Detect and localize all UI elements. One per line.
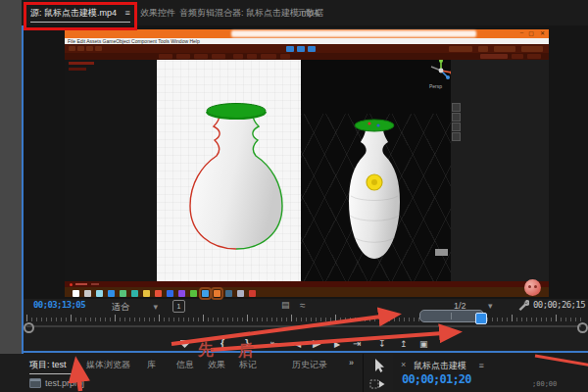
timeline-sequence-label: 鼠标点击建模 bbox=[414, 361, 466, 370]
fit-dropdown-label: 适合 bbox=[112, 302, 129, 312]
overwrite-button[interactable]: ↥ bbox=[400, 338, 408, 350]
window-minimize-icon: – bbox=[520, 29, 523, 35]
selection-tool-icon[interactable] bbox=[371, 358, 385, 373]
window-close-icon: ✕ bbox=[540, 29, 545, 36]
taskbar-icon bbox=[225, 290, 232, 297]
video-titlebar: – ▢ ✕ bbox=[65, 29, 549, 38]
panel-menu-icon[interactable]: ≡ bbox=[479, 361, 484, 370]
taskbar-icon bbox=[167, 290, 173, 297]
video-taskbar bbox=[65, 287, 549, 297]
taskbar-icon bbox=[131, 290, 138, 297]
scrollbar-left-cap[interactable] bbox=[24, 322, 34, 333]
webcam-badge bbox=[524, 279, 541, 296]
chevron-down-icon: ▾ bbox=[488, 301, 493, 311]
tab-info[interactable]: 信息 bbox=[176, 359, 194, 371]
project-panel: 项目: test ≡ 媒体浏览器 库 信息 效果 标记 历史记录 » test.… bbox=[0, 354, 363, 392]
scrollbar-track[interactable] bbox=[26, 325, 581, 327]
mark-in-button[interactable]: { bbox=[220, 337, 224, 349]
persp-label: Persp bbox=[429, 83, 442, 89]
taskbar-icon bbox=[120, 290, 126, 297]
tab-project[interactable]: 项目: test ≡ bbox=[29, 359, 78, 374]
audio-waveform-icon[interactable]: ≈ bbox=[300, 300, 306, 311]
tab-media-browser[interactable]: 媒体浏览器 bbox=[86, 359, 130, 371]
taskbar-icon bbox=[214, 290, 220, 297]
taskbar-icon bbox=[155, 290, 162, 297]
video-subbar bbox=[65, 53, 549, 60]
playhead-marker[interactable] bbox=[475, 313, 487, 324]
timeline-panel: × 鼠标点击建模 ≡ 00;00;01;20 ;00;00 bbox=[393, 354, 588, 392]
scrollbar-right-cap[interactable] bbox=[577, 322, 588, 333]
source-current-timecode[interactable]: 00;03;13;05 bbox=[33, 300, 85, 310]
modeling-canvas bbox=[157, 60, 301, 281]
taskbar-icon bbox=[237, 290, 244, 297]
source-duration-timecode: 00;00;26;15 bbox=[533, 300, 585, 310]
tab-metadata[interactable]: 元数据 bbox=[297, 7, 323, 20]
one-frame-button[interactable]: 1 bbox=[172, 300, 185, 313]
play-button-video bbox=[286, 46, 294, 52]
video-display-area[interactable]: – ▢ ✕ File Edit Assets GameObject Compon… bbox=[24, 25, 588, 299]
bottom-section: 项目: test ≡ 媒体浏览器 库 信息 效果 标记 历史记录 » test.… bbox=[0, 354, 588, 392]
annotation-highlight-box bbox=[24, 2, 137, 30]
tab-project-label: 项目: test bbox=[29, 360, 67, 369]
video-frame: – ▢ ✕ File Edit Assets GameObject Compon… bbox=[65, 29, 549, 297]
chevron-down-icon: ▾ bbox=[154, 302, 159, 312]
left-edge-panel bbox=[0, 0, 22, 354]
premiere-app-window: 源: 鼠标点击建模.mp4 ≡ 效果控件 音频剪辑混合器: 鼠标点击建模.mp4… bbox=[0, 0, 588, 392]
taskbar-icon bbox=[84, 290, 91, 297]
window-maximize-icon: ▢ bbox=[528, 29, 534, 36]
video-content: Persp bbox=[65, 60, 549, 281]
step-back-button[interactable]: ◀ bbox=[295, 339, 301, 351]
tools-panel bbox=[363, 354, 394, 392]
tab-overflow-chevron[interactable]: » bbox=[349, 358, 354, 368]
play-button[interactable]: ▶ bbox=[313, 337, 320, 349]
step-button-video bbox=[308, 46, 316, 52]
fit-dropdown[interactable]: 适合 ▾ bbox=[112, 301, 158, 314]
timeline-tab-close-icon[interactable]: × bbox=[401, 360, 406, 369]
export-frame-button[interactable]: ▣ bbox=[419, 338, 428, 350]
annotation-label-second: 后 bbox=[238, 341, 254, 362]
source-time-ruler-major bbox=[26, 315, 581, 321]
add-marker-icon[interactable] bbox=[180, 340, 189, 348]
track-select-tool-icon[interactable] bbox=[369, 378, 386, 390]
goto-out-button[interactable]: ⇥ bbox=[353, 338, 361, 350]
goto-in-button[interactable]: ⇤ bbox=[270, 338, 278, 350]
settings-page-icon[interactable]: ▤ bbox=[281, 300, 290, 310]
titlebar-blur-patch bbox=[231, 30, 476, 37]
viewport-scroll-thumb bbox=[435, 249, 448, 256]
bin-icon bbox=[29, 378, 41, 388]
timeline-ruler-label: ;00;00 bbox=[532, 380, 557, 388]
taskbar-icon bbox=[108, 290, 115, 297]
taskbar-icon bbox=[143, 290, 150, 297]
taskbar-icon bbox=[96, 290, 103, 297]
insert-button[interactable]: ↧ bbox=[378, 338, 386, 350]
taskbar-icon bbox=[249, 290, 256, 297]
tab-timeline-sequence[interactable]: 鼠标点击建模 ≡ bbox=[414, 360, 484, 372]
video-right-panel bbox=[451, 60, 549, 281]
focus-border-bottom bbox=[22, 351, 588, 353]
taskbar-icon bbox=[202, 290, 209, 297]
taskbar-icon bbox=[73, 290, 79, 297]
vase-sketch bbox=[184, 102, 288, 255]
tab-effect-controls[interactable]: 效果控件 bbox=[140, 7, 175, 20]
pause-button-video bbox=[297, 46, 305, 52]
project-item-filename[interactable]: test.prproj bbox=[45, 378, 96, 388]
video-left-panel bbox=[65, 60, 157, 281]
source-monitor-panel: 源: 鼠标点击建模.mp4 ≡ 效果控件 音频剪辑混合器: 鼠标点击建模.mp4… bbox=[22, 0, 588, 354]
annotation-label-first: 先 bbox=[198, 340, 214, 361]
taskbar-icon bbox=[178, 290, 185, 297]
settings-wrench-icon[interactable] bbox=[517, 299, 529, 311]
timeline-current-timecode[interactable]: 00;00;01;20 bbox=[402, 372, 471, 386]
tab-libraries[interactable]: 库 bbox=[147, 359, 156, 371]
panel-menu-icon[interactable]: ≡ bbox=[74, 360, 78, 369]
vase-3d bbox=[346, 118, 403, 265]
tab-history[interactable]: 历史记录 bbox=[292, 359, 327, 371]
taskbar-icon bbox=[190, 290, 197, 297]
viewport-3d: Persp bbox=[301, 60, 451, 281]
step-forward-button[interactable]: ▶ bbox=[334, 339, 340, 351]
video-toolbar bbox=[65, 44, 549, 53]
